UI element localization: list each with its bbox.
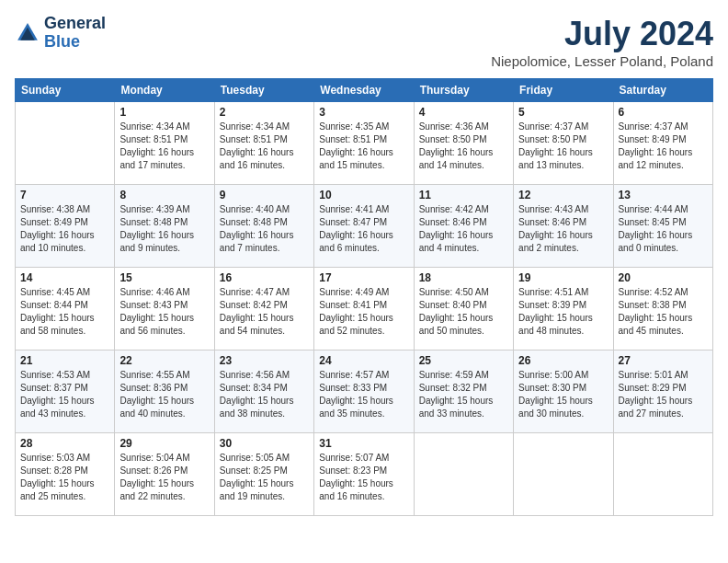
day-number: 17 (319, 271, 408, 284)
calendar-week-4: 21Sunrise: 4:53 AMSunset: 8:37 PMDayligh… (16, 350, 713, 433)
calendar-cell: 9Sunrise: 4:40 AMSunset: 8:48 PMDaylight… (214, 185, 313, 268)
day-number: 20 (619, 271, 708, 284)
day-info: Sunrise: 4:36 AMSunset: 8:50 PMDaylight:… (419, 121, 508, 172)
day-number: 5 (518, 106, 608, 119)
calendar-week-1: 1Sunrise: 4:34 AMSunset: 8:51 PMDaylight… (16, 102, 713, 185)
page-header: General Blue July 2024 Niepolomice, Less… (15, 15, 713, 69)
month-title: July 2024 (491, 15, 713, 53)
calendar-week-5: 28Sunrise: 5:03 AMSunset: 8:28 PMDayligh… (16, 433, 713, 516)
location-title: Niepolomice, Lesser Poland, Poland (491, 53, 713, 69)
calendar-week-3: 14Sunrise: 4:45 AMSunset: 8:44 PMDayligh… (16, 268, 713, 350)
day-info: Sunrise: 4:42 AMSunset: 8:46 PMDaylight:… (419, 203, 508, 255)
calendar-cell: 30Sunrise: 5:05 AMSunset: 8:25 PMDayligh… (214, 433, 313, 516)
column-header-wednesday: Wednesday (314, 79, 414, 102)
day-number: 25 (419, 354, 508, 367)
day-info: Sunrise: 4:45 AMSunset: 8:44 PMDaylight:… (20, 286, 109, 338)
day-number: 14 (20, 271, 109, 284)
day-number: 11 (419, 189, 508, 201)
calendar-table: SundayMondayTuesdayWednesdayThursdayFrid… (15, 78, 713, 516)
calendar-cell: 14Sunrise: 4:45 AMSunset: 8:44 PMDayligh… (16, 268, 115, 350)
day-number: 9 (220, 189, 309, 201)
day-info: Sunrise: 4:41 AMSunset: 8:47 PMDaylight:… (319, 203, 408, 255)
day-info: Sunrise: 4:50 AMSunset: 8:40 PMDaylight:… (419, 286, 508, 338)
day-number: 31 (319, 437, 408, 450)
day-number: 30 (220, 437, 309, 450)
calendar-cell: 16Sunrise: 4:47 AMSunset: 8:42 PMDayligh… (214, 268, 313, 350)
column-header-thursday: Thursday (414, 79, 513, 102)
day-info: Sunrise: 5:07 AMSunset: 8:23 PMDaylight:… (319, 452, 408, 503)
day-number: 6 (619, 106, 708, 119)
day-number: 13 (619, 189, 708, 201)
calendar-cell: 27Sunrise: 5:01 AMSunset: 8:29 PMDayligh… (613, 350, 712, 433)
day-number: 26 (518, 354, 608, 367)
calendar-cell: 15Sunrise: 4:46 AMSunset: 8:43 PMDayligh… (115, 268, 214, 350)
calendar-week-2: 7Sunrise: 4:38 AMSunset: 8:49 PMDaylight… (16, 185, 713, 268)
calendar-cell: 20Sunrise: 4:52 AMSunset: 8:38 PMDayligh… (613, 268, 712, 350)
day-number: 8 (119, 189, 209, 201)
calendar-cell: 2Sunrise: 4:34 AMSunset: 8:51 PMDaylight… (214, 102, 313, 185)
day-number: 22 (119, 354, 209, 367)
calendar-cell: 5Sunrise: 4:37 AMSunset: 8:50 PMDaylight… (514, 102, 613, 185)
calendar-cell (613, 433, 712, 516)
calendar-cell: 10Sunrise: 4:41 AMSunset: 8:47 PMDayligh… (314, 185, 414, 268)
calendar-cell: 13Sunrise: 4:44 AMSunset: 8:45 PMDayligh… (613, 185, 712, 268)
calendar-cell: 19Sunrise: 4:51 AMSunset: 8:39 PMDayligh… (514, 268, 613, 350)
day-info: Sunrise: 4:46 AMSunset: 8:43 PMDaylight:… (119, 286, 209, 338)
day-info: Sunrise: 5:04 AMSunset: 8:26 PMDaylight:… (119, 452, 209, 503)
day-number: 7 (20, 189, 109, 201)
day-number: 28 (20, 437, 109, 450)
calendar-cell: 24Sunrise: 4:57 AMSunset: 8:33 PMDayligh… (314, 350, 414, 433)
day-number: 3 (319, 106, 408, 119)
calendar-cell (514, 433, 613, 516)
day-number: 10 (319, 189, 408, 201)
day-number: 27 (619, 354, 708, 367)
calendar-cell: 23Sunrise: 4:56 AMSunset: 8:34 PMDayligh… (214, 350, 313, 433)
calendar-cell: 22Sunrise: 4:55 AMSunset: 8:36 PMDayligh… (115, 350, 214, 433)
calendar-cell: 28Sunrise: 5:03 AMSunset: 8:28 PMDayligh… (16, 433, 115, 516)
day-number: 1 (119, 106, 209, 119)
column-header-monday: Monday (115, 79, 214, 102)
day-info: Sunrise: 4:39 AMSunset: 8:48 PMDaylight:… (119, 203, 209, 255)
day-info: Sunrise: 4:57 AMSunset: 8:33 PMDaylight:… (319, 369, 408, 420)
day-info: Sunrise: 4:53 AMSunset: 8:37 PMDaylight:… (20, 369, 109, 420)
day-info: Sunrise: 4:44 AMSunset: 8:45 PMDaylight:… (619, 203, 708, 255)
column-header-sunday: Sunday (16, 79, 115, 102)
day-number: 21 (20, 354, 109, 367)
day-info: Sunrise: 4:51 AMSunset: 8:39 PMDaylight:… (518, 286, 608, 338)
calendar-cell: 25Sunrise: 4:59 AMSunset: 8:32 PMDayligh… (414, 350, 513, 433)
day-number: 12 (518, 189, 608, 201)
calendar-cell: 21Sunrise: 4:53 AMSunset: 8:37 PMDayligh… (16, 350, 115, 433)
day-info: Sunrise: 4:34 AMSunset: 8:51 PMDaylight:… (220, 121, 309, 172)
title-area: July 2024 Niepolomice, Lesser Poland, Po… (491, 15, 713, 69)
logo-text: General Blue (44, 15, 106, 52)
calendar-cell: 11Sunrise: 4:42 AMSunset: 8:46 PMDayligh… (414, 185, 513, 268)
calendar-cell: 17Sunrise: 4:49 AMSunset: 8:41 PMDayligh… (314, 268, 414, 350)
day-info: Sunrise: 4:49 AMSunset: 8:41 PMDaylight:… (319, 286, 408, 338)
day-info: Sunrise: 4:59 AMSunset: 8:32 PMDaylight:… (419, 369, 508, 420)
day-number: 4 (419, 106, 508, 119)
day-info: Sunrise: 4:55 AMSunset: 8:36 PMDaylight:… (119, 369, 209, 420)
day-info: Sunrise: 4:52 AMSunset: 8:38 PMDaylight:… (619, 286, 708, 338)
day-info: Sunrise: 4:43 AMSunset: 8:46 PMDaylight:… (518, 203, 608, 255)
logo: General Blue (15, 15, 106, 52)
day-number: 15 (119, 271, 209, 284)
calendar-cell: 12Sunrise: 4:43 AMSunset: 8:46 PMDayligh… (514, 185, 613, 268)
calendar-cell: 7Sunrise: 4:38 AMSunset: 8:49 PMDaylight… (16, 185, 115, 268)
calendar-cell: 4Sunrise: 4:36 AMSunset: 8:50 PMDaylight… (414, 102, 513, 185)
column-header-tuesday: Tuesday (214, 79, 313, 102)
day-number: 24 (319, 354, 408, 367)
logo-icon (15, 20, 40, 46)
calendar-cell: 3Sunrise: 4:35 AMSunset: 8:51 PMDaylight… (314, 102, 414, 185)
day-info: Sunrise: 4:40 AMSunset: 8:48 PMDaylight:… (220, 203, 309, 255)
day-number: 19 (518, 271, 608, 284)
day-info: Sunrise: 5:01 AMSunset: 8:29 PMDaylight:… (619, 369, 708, 420)
day-info: Sunrise: 5:05 AMSunset: 8:25 PMDaylight:… (220, 452, 309, 503)
calendar-header-row: SundayMondayTuesdayWednesdayThursdayFrid… (16, 79, 713, 102)
day-number: 2 (220, 106, 309, 119)
day-info: Sunrise: 4:34 AMSunset: 8:51 PMDaylight:… (119, 121, 209, 172)
calendar-cell: 1Sunrise: 4:34 AMSunset: 8:51 PMDaylight… (115, 102, 214, 185)
day-info: Sunrise: 5:03 AMSunset: 8:28 PMDaylight:… (20, 452, 109, 503)
day-info: Sunrise: 4:47 AMSunset: 8:42 PMDaylight:… (220, 286, 309, 338)
calendar-cell (16, 102, 115, 185)
day-info: Sunrise: 5:00 AMSunset: 8:30 PMDaylight:… (518, 369, 608, 420)
